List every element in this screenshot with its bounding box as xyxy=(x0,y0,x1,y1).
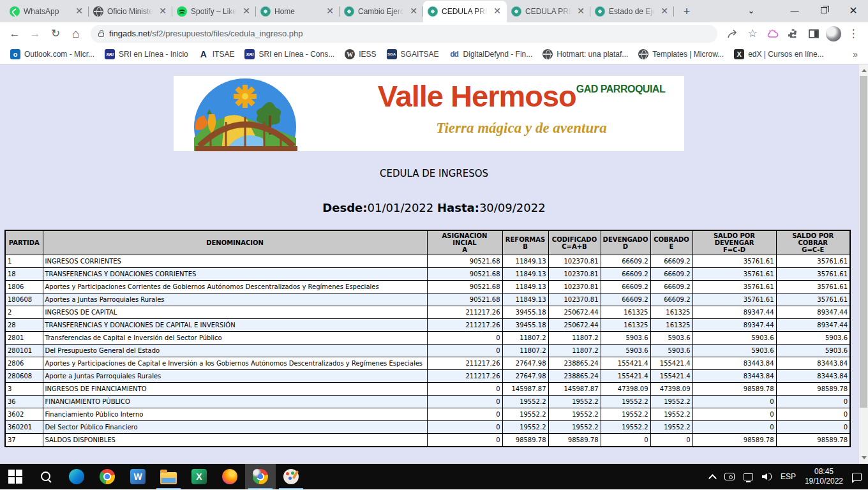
bookmark-item[interactable]: Hotmart: una plataf... xyxy=(539,47,632,61)
cell-value: 98589.78 xyxy=(502,434,548,447)
column-header: COBRADO E xyxy=(650,230,692,255)
cell-partida: 18 xyxy=(5,268,43,281)
chrome-profile-app[interactable] xyxy=(245,464,276,489)
cell-value: 83443.84 xyxy=(776,370,850,383)
volume-icon[interactable] xyxy=(762,473,772,480)
forward-button[interactable]: → xyxy=(27,26,43,42)
itsae-bookmark-icon: A xyxy=(198,49,209,59)
cell-partida: 2 xyxy=(5,306,43,319)
home-button[interactable]: ⌂ xyxy=(68,26,84,42)
cell-value: 90521.68 xyxy=(427,255,502,268)
bookmark-label: Templates | Microw... xyxy=(652,50,724,59)
profile-avatar[interactable] xyxy=(826,26,841,41)
search-button[interactable] xyxy=(31,464,61,489)
share-icon[interactable] xyxy=(724,26,740,42)
cell-value: 250672.44 xyxy=(548,319,601,332)
cell-value: 19552.2 xyxy=(650,421,692,434)
cell-denominacion: Aportes y Participaciones de Capital e I… xyxy=(43,357,427,370)
tab-close-icon[interactable]: ✕ xyxy=(74,6,84,17)
tab-close-icon[interactable]: ✕ xyxy=(158,6,168,17)
close-window-button[interactable]: ✕ xyxy=(839,0,868,20)
browser-tab[interactable]: Oficio Ministe✕ xyxy=(89,1,172,22)
tab-close-icon[interactable]: ✕ xyxy=(492,6,502,17)
tray-hidden-icons-chevron[interactable] xyxy=(708,474,717,482)
network-icon[interactable] xyxy=(744,473,753,480)
bookmark-item[interactable]: ddDigitalDefynd - Fin... xyxy=(445,47,537,61)
cell-partida: 280608 xyxy=(5,370,43,383)
firefox-app[interactable] xyxy=(214,464,245,489)
address-bar[interactable]: fingads.net/sf2/presupuesto/files/cedula… xyxy=(91,25,717,43)
file-explorer-app[interactable] xyxy=(153,464,184,489)
extension-cloud-icon[interactable] xyxy=(765,26,781,42)
start-button[interactable] xyxy=(0,464,31,489)
bookmark-item[interactable]: SGASGAITSAE xyxy=(383,47,443,61)
cell-value: 98589.78 xyxy=(776,434,850,447)
tab-title: Spotify – Like xyxy=(191,7,237,16)
clock[interactable]: 08:45 19/10/2022 xyxy=(805,467,843,486)
tab-close-icon[interactable]: ✕ xyxy=(408,6,419,17)
language-indicator[interactable]: ESP xyxy=(781,472,796,481)
scrollbar-up-arrow[interactable] xyxy=(859,66,868,75)
meet-now-icon[interactable] xyxy=(724,473,735,480)
scrollbar-thumb[interactable] xyxy=(860,76,867,408)
browser-tab[interactable]: WhatsApp✕ xyxy=(5,1,89,22)
cell-partida: 36 xyxy=(5,396,43,408)
bookmarks-overflow-chevron[interactable]: » xyxy=(849,49,862,59)
bookmark-item[interactable]: XedX | Cursos en líne... xyxy=(730,47,828,61)
system-tray: ESP 08:45 19/10/2022 xyxy=(710,464,868,489)
edge-app[interactable] xyxy=(61,464,92,489)
cell-value: 238865.24 xyxy=(548,370,601,383)
table-row: 1INGRESOS CORRIENTES90521.6811849.131023… xyxy=(5,255,850,268)
bookmark-item[interactable]: WIESS xyxy=(341,47,380,61)
bookmark-item[interactable]: SRISRI en Línea - Cons... xyxy=(241,47,338,61)
cell-partida: 37 xyxy=(5,434,43,447)
cell-value: 161325 xyxy=(601,306,650,319)
browser-tab[interactable]: CEDULA PRES✕ xyxy=(423,1,507,22)
excel-app[interactable]: X xyxy=(184,464,214,489)
page-scrollbar[interactable] xyxy=(858,64,868,464)
cell-value: 155421.4 xyxy=(650,370,692,383)
url-text[interactable]: fingads.net/sf2/presupuesto/files/cedula… xyxy=(109,29,303,38)
bookmark-item[interactable]: oOutlook.com - Micr... xyxy=(6,47,98,61)
menu-dots-icon[interactable]: ⋮ xyxy=(845,26,862,42)
cell-value: 5903.6 xyxy=(650,332,692,345)
cell-value: 47398.09 xyxy=(650,383,692,396)
browser-tab[interactable]: Estado de Eje✕ xyxy=(590,1,674,22)
tab-search-chevron-icon[interactable]: ⌄ xyxy=(740,0,762,20)
browser-tab[interactable]: Cambio Ejerc✕ xyxy=(340,1,423,22)
lock-icon[interactable] xyxy=(98,33,104,37)
cell-value: 0 xyxy=(427,396,502,408)
fingads-favicon xyxy=(595,6,605,17)
tab-close-icon[interactable]: ✕ xyxy=(659,6,670,17)
tab-title: Estado de Eje xyxy=(609,7,655,16)
browser-tab[interactable]: Home✕ xyxy=(256,1,340,22)
paint-app[interactable] xyxy=(276,464,306,489)
maximize-button[interactable] xyxy=(809,0,839,20)
action-center-icon[interactable] xyxy=(852,473,862,481)
cell-denominacion: INGRESOS DE CAPITAL xyxy=(43,306,427,319)
extensions-puzzle-icon[interactable] xyxy=(785,26,802,42)
bookmark-item[interactable]: AITSAE xyxy=(195,47,239,61)
minimize-button[interactable]: — xyxy=(780,0,809,20)
bookmark-item[interactable]: Templates | Microw... xyxy=(634,47,728,61)
cell-value: 19552.2 xyxy=(650,396,692,408)
back-button[interactable]: ← xyxy=(6,26,23,42)
table-row: 1806Aportes y Participaciones Corrientes… xyxy=(5,281,850,293)
cell-partida: 360201 xyxy=(5,421,43,434)
tab-close-icon[interactable]: ✕ xyxy=(241,6,251,17)
bookmark-star-icon[interactable]: ☆ xyxy=(744,26,761,42)
word-app[interactable]: W xyxy=(123,464,153,489)
bookmark-item[interactable]: SRISRI en Línea - Inicio xyxy=(101,47,192,61)
dd-bookmark-icon: dd xyxy=(449,49,460,59)
column-header: CODIFICADO C=A+B xyxy=(548,230,601,255)
chrome-app[interactable] xyxy=(92,464,123,489)
new-tab-button[interactable]: + xyxy=(678,3,696,20)
side-panel-icon[interactable] xyxy=(805,26,822,42)
browser-tab[interactable]: Spotify – Like✕ xyxy=(172,1,256,22)
reload-button[interactable]: ↻ xyxy=(47,26,64,42)
tab-close-icon[interactable]: ✕ xyxy=(325,6,335,17)
tab-close-icon[interactable]: ✕ xyxy=(576,6,586,17)
cell-value: 35761.61 xyxy=(776,255,850,268)
scrollbar-down-arrow[interactable] xyxy=(859,453,868,463)
browser-tab[interactable]: CEDULA PRES✕ xyxy=(507,1,590,22)
